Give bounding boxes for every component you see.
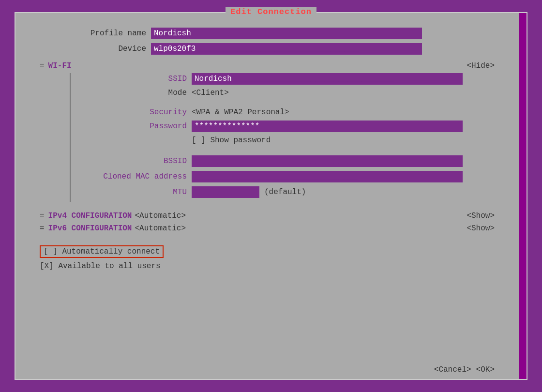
content-area: Profile name Nordicsh___________________… bbox=[15, 13, 519, 361]
mtu-default: (default) bbox=[264, 188, 306, 196]
wifi-eq: = bbox=[40, 61, 45, 70]
available-users-label[interactable]: [X] Available to all users bbox=[40, 262, 161, 271]
profile-name-field[interactable]: Nordicsh________________________________… bbox=[151, 28, 422, 39]
cloned-mac-field[interactable]: ___________________________________ bbox=[192, 171, 463, 182]
ipv4-row: = IPv4 CONFIGURATION <Automatic> <Show> bbox=[40, 211, 495, 220]
profile-name-label: Profile name bbox=[40, 29, 146, 38]
ssid-field[interactable]: Nordicsh________________________________… bbox=[192, 73, 463, 85]
security-label: Security bbox=[80, 108, 187, 117]
password-label: Password bbox=[80, 122, 187, 131]
wifi-header-row: = WI-FI <Hide> bbox=[40, 61, 495, 70]
ssid-row: SSID Nordicsh___________________________… bbox=[80, 73, 495, 85]
cloned-mac-label: Cloned MAC address bbox=[80, 172, 187, 181]
ipv4-show[interactable]: <Show> bbox=[467, 211, 495, 220]
ssid-label: SSID bbox=[80, 75, 187, 83]
device-label: Device bbox=[40, 45, 146, 53]
ipv4-eq: = bbox=[40, 211, 45, 220]
wifi-hide[interactable]: <Hide> bbox=[467, 61, 495, 70]
show-password-row: [ ] Show password bbox=[80, 136, 495, 145]
mode-value[interactable]: <Client> bbox=[192, 89, 229, 97]
mode-label: Mode bbox=[80, 89, 187, 97]
security-row: Security <WPA & WPA2 Personal> bbox=[80, 108, 495, 117]
wifi-indent-rows: SSID Nordicsh___________________________… bbox=[80, 73, 495, 202]
outer-wrapper: Edit Connection Profile name Nordicsh___… bbox=[0, 0, 542, 392]
password-row: Password **************_________________… bbox=[80, 121, 495, 132]
ipv6-row: = IPv6 CONFIGURATION <Automatic> <Show> bbox=[40, 224, 495, 233]
mtu-field[interactable]: ____________ bbox=[192, 186, 259, 198]
ipv6-value[interactable]: <Automatic> bbox=[135, 224, 186, 233]
dialog-title: Edit Connection bbox=[230, 7, 312, 16]
available-users-row: [X] Available to all users bbox=[40, 262, 495, 271]
device-row: Device wlp0s20f3________________________… bbox=[40, 43, 495, 55]
security-value[interactable]: <WPA & WPA2 Personal> bbox=[192, 108, 289, 117]
show-password-label[interactable]: [ ] Show password bbox=[192, 136, 271, 145]
scrollbar[interactable] bbox=[519, 13, 527, 379]
mode-row: Mode <Client> bbox=[80, 89, 495, 97]
cloned-mac-row: Cloned MAC address _____________________… bbox=[80, 171, 495, 182]
bssid-label: BSSID bbox=[80, 157, 187, 166]
auto-connect-row: [ ] Automatically connect bbox=[40, 245, 495, 258]
profile-name-row: Profile name Nordicsh___________________… bbox=[40, 28, 495, 39]
ipv6-eq: = bbox=[40, 224, 45, 233]
ipv4-value[interactable]: <Automatic> bbox=[135, 211, 186, 220]
bottom-buttons: <Cancel> <OK> bbox=[15, 361, 519, 379]
wifi-title: WI-FI bbox=[48, 61, 72, 70]
ipv6-show[interactable]: <Show> bbox=[467, 224, 495, 233]
wifi-indent-block: SSID Nordicsh___________________________… bbox=[40, 73, 495, 202]
dialog: Edit Connection Profile name Nordicsh___… bbox=[15, 12, 527, 380]
auto-connect-checkbox[interactable]: [ ] Automatically connect bbox=[40, 245, 164, 258]
ipv4-label: IPv4 CONFIGURATION bbox=[48, 211, 132, 220]
mtu-label: MTU bbox=[80, 188, 187, 196]
cancel-button[interactable]: <Cancel> bbox=[434, 365, 471, 374]
mtu-row: MTU ____________ (default) bbox=[80, 186, 495, 198]
bssid-field[interactable]: ___________________________________ bbox=[192, 155, 463, 167]
dialog-title-bar: Edit Connection bbox=[226, 7, 316, 16]
device-field[interactable]: wlp0s20f3_______________________________… bbox=[151, 43, 422, 55]
ipv6-label: IPv6 CONFIGURATION bbox=[48, 224, 132, 233]
bssid-row: BSSID __________________________________… bbox=[80, 155, 495, 167]
auto-connect-label: [ ] Automatically connect bbox=[44, 247, 160, 256]
password-field[interactable]: **************__________________________… bbox=[192, 121, 463, 132]
wifi-v-line bbox=[70, 73, 71, 202]
ok-button[interactable]: <OK> bbox=[476, 365, 495, 374]
